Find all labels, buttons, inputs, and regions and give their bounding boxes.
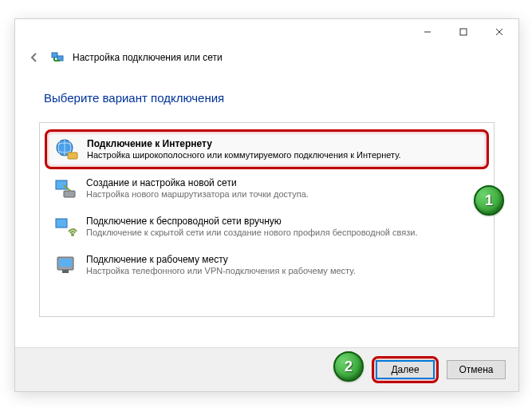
option-title: Создание и настройка новой сети — [86, 177, 309, 188]
content-area: Выберите вариант подключения Подключение… — [15, 67, 518, 317]
maximize-button[interactable] — [445, 20, 481, 44]
option-internet[interactable]: Подключение к Интернету Настройка широко… — [45, 129, 489, 169]
option-new-network[interactable]: Создание и настройка новой сети Настройк… — [45, 169, 489, 208]
back-button[interactable] — [26, 50, 42, 65]
options-list: Подключение к Интернету Настройка широко… — [39, 122, 495, 317]
router-icon — [53, 176, 78, 201]
svg-rect-17 — [62, 270, 69, 273]
svg-rect-16 — [59, 259, 72, 267]
option-text: Подключение к Интернету Настройка широко… — [87, 137, 401, 160]
svg-rect-1 — [460, 29, 467, 35]
annotation-bubble-2: 2 — [333, 351, 364, 382]
option-title: Подключение к беспроводной сети вручную — [86, 216, 417, 227]
svg-point-14 — [71, 233, 74, 236]
footer: Далее Отмена — [15, 347, 518, 391]
svg-rect-4 — [52, 53, 57, 57]
network-wizard-icon — [50, 50, 65, 65]
minimize-button[interactable] — [409, 20, 445, 44]
option-wireless-manual[interactable]: Подключение к беспроводной сети вручную … — [45, 208, 489, 246]
option-desc: Настройка нового маршрутизатора или точк… — [86, 189, 309, 199]
cancel-button[interactable]: Отмена — [447, 360, 506, 379]
page-heading: Выберите вариант подключения — [44, 91, 495, 105]
close-button[interactable] — [481, 20, 517, 44]
option-text: Создание и настройка новой сети Настройк… — [86, 176, 309, 199]
option-desc: Настройка широкополосного или коммутируе… — [87, 150, 401, 160]
svg-rect-9 — [68, 153, 77, 159]
option-desc: Подключение к скрытой сети или создание … — [86, 228, 417, 237]
option-title: Подключение к рабочему месту — [86, 254, 356, 265]
svg-rect-10 — [56, 180, 67, 189]
option-workplace[interactable]: Подключение к рабочему месту Настройка т… — [45, 246, 489, 284]
annotation-bubble-1: 1 — [474, 185, 504, 216]
header: Настройка подключения или сети — [15, 45, 518, 67]
titlebar — [15, 19, 518, 45]
option-text: Подключение к беспроводной сети вручную … — [86, 214, 417, 237]
globe-icon — [53, 137, 79, 162]
option-text: Подключение к рабочему месту Настройка т… — [86, 252, 356, 275]
window-title: Настройка подключения или сети — [73, 52, 223, 63]
option-title: Подключение к Интернету — [87, 138, 401, 149]
dialog-window: Настройка подключения или сети Выберите … — [14, 18, 519, 392]
wifi-manual-icon — [53, 214, 78, 240]
workplace-icon — [53, 252, 78, 278]
svg-rect-13 — [56, 219, 67, 228]
svg-rect-11 — [64, 191, 75, 197]
next-button[interactable]: Далее — [376, 360, 435, 379]
option-desc: Настройка телефонного или VPN-подключени… — [86, 266, 356, 275]
annotation-highlight-next: Далее — [372, 356, 439, 383]
